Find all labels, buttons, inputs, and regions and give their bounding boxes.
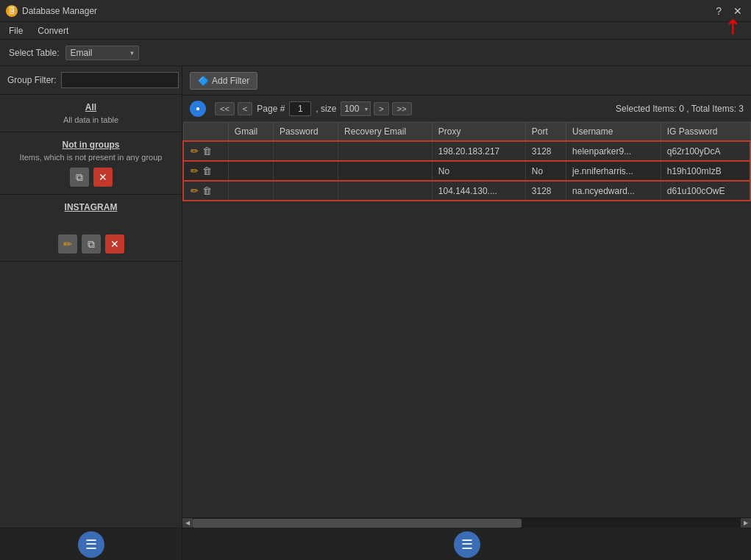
row-igPassword: h19h100mIzB — [661, 161, 750, 181]
content-area: 🔷 Add Filter ● << < Page # , size 10 25 … — [182, 66, 751, 560]
row-recoveryEmail — [338, 181, 433, 201]
row-edit-button[interactable]: ✏ — [190, 145, 199, 157]
select-table-label: Select Table: — [9, 48, 60, 58]
sidebar: Group Filter: All All data in table Not … — [0, 66, 182, 560]
data-table: Gmail Password Recovery Email Proxy Port… — [182, 122, 751, 201]
content-list-button[interactable]: ☰ — [454, 531, 480, 558]
instagram-edit-button[interactable]: ✏ — [58, 234, 77, 254]
data-table-wrapper: Gmail Password Recovery Email Proxy Port… — [182, 122, 751, 517]
table-row: ✏ 🗑 104.144.130....3128na.ncyedward...d6… — [183, 181, 750, 201]
row-edit-button[interactable]: ✏ — [190, 184, 199, 197]
row-proxy: No — [432, 161, 525, 181]
title-bar-controls: ? ✕ — [713, 4, 745, 18]
not-in-groups-copy-button[interactable]: ⧉ — [70, 168, 89, 187]
all-section-subtitle: All data in table — [7, 115, 174, 124]
row-edit-button[interactable]: ✏ — [190, 165, 199, 177]
row-proxy: 198.20.183.217 — [432, 141, 525, 161]
main-layout: Group Filter: All All data in table Not … — [0, 66, 751, 560]
size-label: , size — [316, 104, 336, 114]
pagination-row: ● << < Page # , size 10 25 50 100 200 > … — [182, 96, 751, 122]
row-password — [273, 141, 338, 161]
col-proxy[interactable]: Proxy — [432, 123, 525, 142]
page-status-indicator: ● — [190, 101, 206, 117]
table-header-row: Gmail Password Recovery Email Proxy Port… — [183, 123, 750, 142]
col-actions — [183, 123, 228, 142]
page-number-input[interactable] — [289, 101, 311, 116]
menu-bar: File Convert — [0, 22, 751, 40]
all-section: All All data in table — [0, 95, 182, 132]
table-row: ✏ 🗑 NoNoje.nniferharris...h19h100mIzB — [183, 161, 750, 181]
total-items: Total Items: 3 — [691, 104, 744, 114]
group-filter-input[interactable] — [61, 72, 179, 88]
row-recoveryEmail — [338, 161, 433, 181]
toolbar-row: 🔷 Add Filter — [182, 66, 751, 96]
page-size-select[interactable]: 10 25 50 100 200 — [341, 101, 371, 116]
not-in-groups-subtitle: Items, which is not present in any group — [7, 153, 174, 162]
instagram-title[interactable]: INSTAGRAM — [7, 202, 174, 212]
size-select-wrapper[interactable]: 10 25 50 100 200 — [341, 101, 371, 116]
not-in-groups-delete-button[interactable]: ✕ — [93, 168, 113, 187]
row-delete-button[interactable]: 🗑 — [202, 145, 213, 157]
row-actions-cell: ✏ 🗑 — [183, 161, 228, 181]
row-username: na.ncyedward... — [566, 181, 661, 201]
page-prev-button[interactable]: < — [238, 102, 252, 115]
col-recovery-email[interactable]: Recovery Email — [338, 123, 433, 142]
select-table-dropdown[interactable]: Email Instagram Facebook — [65, 46, 139, 60]
row-password — [273, 181, 338, 201]
scroll-track[interactable] — [193, 518, 741, 528]
select-table-dropdown-wrapper[interactable]: Email Instagram Facebook — [65, 46, 139, 60]
col-ig-password[interactable]: IG Password — [661, 123, 750, 142]
row-delete-button[interactable]: 🗑 — [202, 184, 213, 197]
title-bar: 🗄 Database Manager ? ✕ — [0, 0, 751, 22]
col-username[interactable]: Username — [566, 123, 661, 142]
row-gmail — [228, 181, 273, 201]
menu-convert[interactable]: Convert — [35, 24, 71, 37]
status-icon: ● — [196, 104, 200, 112]
col-gmail[interactable]: Gmail — [228, 123, 273, 142]
page-first-button[interactable]: << — [215, 102, 235, 115]
selected-items: Selected Items: 0 — [616, 104, 684, 114]
page-next-button[interactable]: > — [374, 102, 388, 115]
menu-file[interactable]: File — [6, 24, 26, 37]
scroll-right-arrow[interactable]: ▶ — [741, 518, 751, 528]
row-recoveryEmail — [338, 141, 433, 161]
horizontal-scrollbar[interactable]: ◀ ▶ — [182, 517, 751, 528]
not-in-groups-section: Not in groups Items, which is not presen… — [0, 132, 182, 195]
row-port: No — [525, 161, 566, 181]
row-username: je.nniferharris... — [566, 161, 661, 181]
all-section-title[interactable]: All — [7, 102, 174, 112]
instagram-copy-button[interactable]: ⧉ — [82, 234, 101, 254]
scroll-thumb[interactable] — [193, 519, 522, 528]
instagram-section: INSTAGRAM ✏ ⧉ ✕ — [0, 195, 182, 262]
row-actions-cell: ✏ 🗑 — [183, 141, 228, 161]
sidebar-list-button[interactable]: ☰ — [78, 531, 104, 558]
group-filter-label: Group Filter: — [7, 75, 57, 85]
instagram-actions: ✏ ⧉ ✕ — [7, 234, 174, 254]
row-delete-button[interactable]: 🗑 — [202, 165, 213, 177]
row-username: helenparker9... — [566, 141, 661, 161]
add-filter-button[interactable]: 🔷 Add Filter — [190, 72, 257, 90]
instagram-delete-button[interactable]: ✕ — [105, 234, 124, 254]
row-proxy: 104.144.130.... — [432, 181, 525, 201]
content-bottom-bar: ☰ — [182, 528, 751, 560]
sidebar-bottom: ☰ — [0, 528, 182, 560]
group-filter-row: Group Filter: — [0, 66, 182, 95]
row-port: 3128 — [525, 141, 566, 161]
help-button[interactable]: ? — [713, 4, 725, 18]
row-igPassword: d61u100cOwE — [661, 181, 750, 201]
row-password — [273, 161, 338, 181]
add-filter-label: Add Filter — [212, 76, 249, 86]
close-button[interactable]: ✕ — [730, 4, 745, 18]
select-table-row: Select Table: Email Instagram Facebook — [0, 40, 751, 66]
row-igPassword: q62r100yDcA — [661, 141, 750, 161]
row-actions-cell: ✏ 🗑 — [183, 181, 228, 201]
sidebar-list-icon: ☰ — [85, 536, 97, 553]
items-info: Selected Items: 0 , Total Items: 3 — [616, 104, 744, 114]
scroll-left-arrow[interactable]: ◀ — [182, 518, 193, 528]
row-gmail — [228, 161, 273, 181]
col-password[interactable]: Password — [273, 123, 338, 142]
col-port[interactable]: Port — [525, 123, 566, 142]
not-in-groups-title[interactable]: Not in groups — [7, 140, 174, 150]
sidebar-spacer — [0, 262, 182, 528]
page-last-button[interactable]: >> — [392, 102, 412, 115]
